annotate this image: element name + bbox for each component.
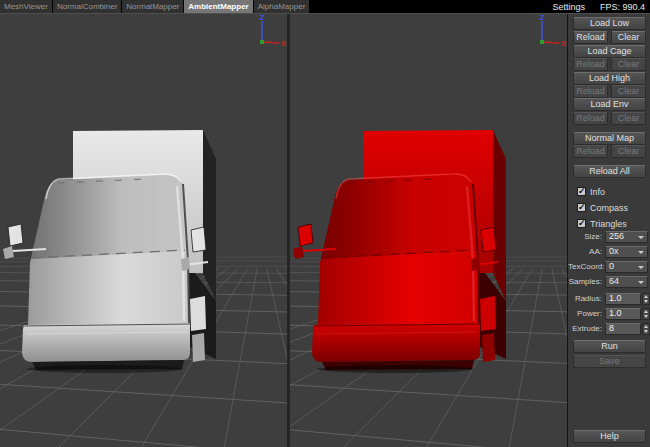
info-checkbox-row[interactable]: ✓ Info (577, 186, 605, 197)
power-label: Power: (568, 308, 602, 320)
spin-down-icon[interactable] (644, 300, 648, 303)
clear-low-button[interactable]: Clear (611, 31, 646, 44)
size-dropdown-row: Size: 256 (568, 231, 650, 243)
compass-checkbox[interactable]: ✓ (577, 203, 586, 212)
samples-dropdown-row: Samples: 64 (568, 276, 650, 288)
mesh-viewport[interactable]: Mesh Surfaces: 6 Vertices: 1366 Triangle… (0, 13, 287, 447)
aa-label: AA: (568, 246, 602, 258)
size-dropdown[interactable]: 256 (605, 231, 648, 243)
size-label: Size: (568, 231, 602, 243)
reload-all-button[interactable]: Reload All (573, 165, 646, 178)
extrude-stepper[interactable] (642, 323, 650, 335)
radius-input[interactable]: 1.0 (605, 293, 641, 305)
samples-label: Samples: (568, 276, 602, 288)
toolbar-separator (0, 13, 650, 14)
tab-normalcombiner[interactable]: NormalCombiner (53, 0, 121, 13)
aa-dropdown-row: AA: 0x (568, 246, 650, 258)
spin-down-icon[interactable] (644, 330, 648, 333)
load-env-button[interactable]: Load Env (573, 98, 646, 111)
z-axis-label: Z (540, 13, 545, 22)
triangles-checkbox[interactable]: ✓ (577, 219, 586, 228)
size-value: 256 (609, 231, 624, 241)
ambient-map-viewport[interactable]: Ambient Map Surfaces: 6 Vertices: 1366 T… (290, 13, 567, 447)
spin-up-icon[interactable] (644, 325, 648, 328)
extrude-spinner-row: Extrude: 8 (568, 323, 650, 335)
chevron-down-icon (638, 281, 644, 284)
extrude-label: Extrude: (568, 323, 602, 335)
spin-down-icon[interactable] (644, 315, 648, 318)
triangles-checkbox-label: Triangles (590, 219, 627, 229)
save-button[interactable]: Save (573, 355, 646, 368)
aa-value: 0x (609, 246, 619, 256)
chevron-down-icon (638, 251, 644, 254)
control-sidebar: Load Low Reload Clear Load Cage Reload C… (567, 13, 650, 447)
settings-button[interactable]: Settings (552, 2, 585, 12)
load-cage-button[interactable]: Load Cage (573, 45, 646, 58)
top-tab-bar: MeshViewer NormalCombiner NormalMapper A… (0, 0, 650, 13)
aa-dropdown[interactable]: 0x (605, 246, 648, 258)
load-high-button[interactable]: Load High (573, 72, 646, 85)
clear-high-button[interactable]: Clear (611, 85, 646, 98)
radius-label: Radius: (568, 293, 602, 305)
radius-stepper[interactable] (642, 293, 650, 305)
reload-normal-button[interactable]: Reload (573, 145, 608, 158)
reload-low-button[interactable]: Reload (573, 31, 608, 44)
tab-alphamapper[interactable]: AlphaMapper (254, 0, 310, 13)
fps-counter: FPS: 990.4 (600, 2, 645, 12)
samples-dropdown[interactable]: 64 (605, 276, 648, 288)
extrude-input[interactable]: 8 (605, 323, 641, 335)
info-checkbox[interactable]: ✓ (577, 187, 586, 196)
main-area: Mesh Surfaces: 6 Vertices: 1366 Triangle… (0, 13, 650, 447)
load-low-button[interactable]: Load Low (573, 17, 646, 30)
reload-env-button[interactable]: Reload (573, 112, 608, 125)
scene-canvas[interactable]: ZX (0, 13, 287, 447)
normal-map-button[interactable]: Normal Map (573, 132, 646, 145)
scene-canvas[interactable]: ZX (290, 13, 567, 447)
chevron-down-icon (638, 236, 644, 239)
texcoord-dropdown-row: TexCoord: 0 (568, 261, 650, 273)
texcoord-label: TexCoord: (568, 261, 602, 273)
clear-env-button[interactable]: Clear (611, 112, 646, 125)
tab-ambientmapper[interactable]: AmbientMapper (184, 0, 252, 13)
ambient-mapper-app: MeshViewer NormalCombiner NormalMapper A… (0, 0, 650, 447)
reload-cage-button[interactable]: Reload (573, 58, 608, 71)
texcoord-dropdown[interactable]: 0 (605, 261, 648, 273)
triangles-checkbox-row[interactable]: ✓ Triangles (577, 218, 627, 229)
texcoord-value: 0 (609, 261, 614, 271)
run-button[interactable]: Run (573, 340, 646, 353)
chevron-down-icon (638, 266, 644, 269)
z-axis-label: Z (260, 13, 265, 22)
reload-high-button[interactable]: Reload (573, 85, 608, 98)
samples-value: 64 (609, 276, 619, 286)
power-input[interactable]: 1.0 (605, 308, 641, 320)
spin-up-icon[interactable] (644, 295, 648, 298)
power-spinner-row: Power: 1.0 (568, 308, 650, 320)
tab-normalmapper[interactable]: NormalMapper (122, 0, 183, 13)
help-button[interactable]: Help (573, 430, 646, 443)
compass-checkbox-row[interactable]: ✓ Compass (577, 202, 628, 213)
clear-normal-button[interactable]: Clear (611, 145, 646, 158)
spin-up-icon[interactable] (644, 310, 648, 313)
tab-meshviewer[interactable]: MeshViewer (0, 0, 52, 13)
radius-spinner-row: Radius: 1.0 (568, 293, 650, 305)
power-stepper[interactable] (642, 308, 650, 320)
compass-checkbox-label: Compass (590, 203, 628, 213)
info-checkbox-label: Info (590, 187, 605, 197)
clear-cage-button[interactable]: Clear (611, 58, 646, 71)
